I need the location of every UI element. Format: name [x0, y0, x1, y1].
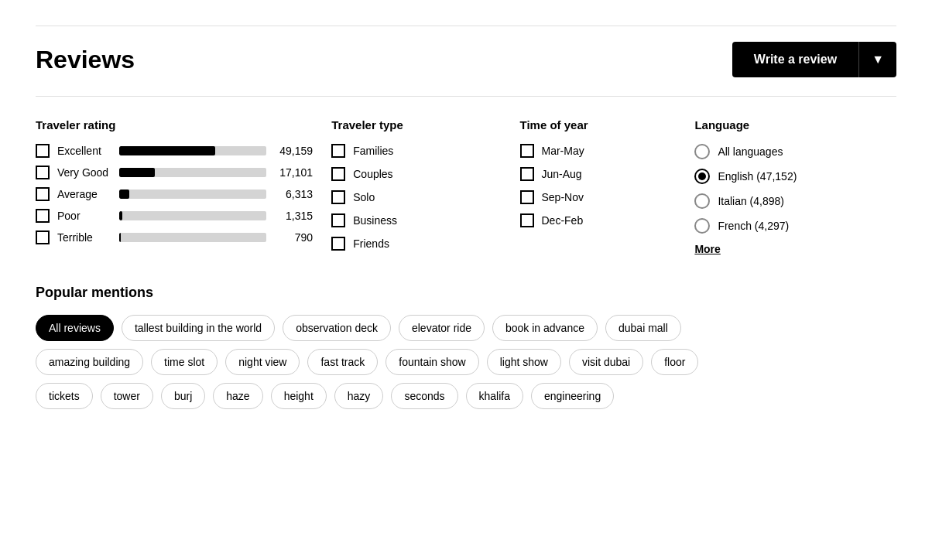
mention-tag[interactable]: tower: [101, 383, 153, 409]
rating-bar-fill: [119, 190, 129, 199]
type-label: Friends: [353, 237, 389, 250]
filters-row: Traveler rating Excellent 49,159 Very Go…: [36, 118, 896, 260]
rating-label: Terrible: [57, 231, 111, 244]
time-checkbox[interactable]: [520, 167, 534, 181]
mention-tag[interactable]: book in advance: [492, 315, 598, 341]
rating-row[interactable]: Very Good 17,101: [36, 166, 331, 179]
traveler-type-row[interactable]: Solo: [331, 190, 519, 204]
rating-row[interactable]: Terrible 790: [36, 230, 331, 244]
traveler-rating-section: Traveler rating Excellent 49,159 Very Go…: [36, 118, 331, 260]
time-row[interactable]: Jun-Aug: [520, 167, 695, 181]
rating-bar-container: [119, 146, 266, 155]
rating-bar-container: [119, 211, 266, 220]
time-row[interactable]: Sep-Nov: [520, 190, 695, 204]
language-label: French (4,297): [718, 220, 789, 232]
time-checkbox[interactable]: [520, 213, 534, 227]
radio-button[interactable]: [694, 218, 710, 234]
mention-tag[interactable]: engineering: [531, 383, 614, 409]
mention-tag[interactable]: light show: [487, 349, 561, 375]
mention-tag[interactable]: amazing building: [36, 349, 143, 375]
tag-rows: All reviewstallest building in the world…: [36, 315, 896, 409]
rating-checkbox[interactable]: [36, 187, 50, 201]
mention-tag[interactable]: floor: [651, 349, 698, 375]
mention-tag[interactable]: All reviews: [36, 315, 114, 341]
language-label: Italian (4,898): [718, 195, 784, 207]
radio-button[interactable]: [694, 169, 710, 184]
mention-tag[interactable]: hazy: [334, 383, 384, 409]
type-label: Couples: [353, 168, 392, 180]
tags-row: amazing buildingtime slotnight viewfast …: [36, 349, 896, 375]
mention-tag[interactable]: haze: [213, 383, 262, 409]
mention-tag[interactable]: elevator ride: [399, 315, 485, 341]
traveler-type-row[interactable]: Couples: [331, 167, 519, 181]
type-label: Business: [353, 214, 397, 227]
traveler-type-section: Traveler type Families Couples Solo Busi…: [331, 118, 519, 260]
mention-tag[interactable]: time slot: [151, 349, 218, 375]
rating-bar-container: [119, 190, 266, 199]
rating-label: Poor: [57, 210, 111, 222]
time-row[interactable]: Mar-May: [520, 144, 695, 158]
traveler-type-row[interactable]: Families: [331, 144, 519, 158]
type-label: Families: [353, 145, 393, 157]
traveler-rating-title: Traveler rating: [36, 118, 331, 131]
rating-checkbox[interactable]: [36, 166, 50, 179]
type-checkbox[interactable]: [331, 213, 345, 227]
time-checkbox[interactable]: [520, 144, 534, 158]
time-label: Sep-Nov: [542, 191, 584, 203]
mention-tag[interactable]: visit dubai: [569, 349, 643, 375]
write-review-group: Write a review ▼: [732, 42, 896, 77]
radio-button[interactable]: [694, 193, 710, 209]
rating-checkbox[interactable]: [36, 209, 50, 223]
language-row[interactable]: English (47,152): [694, 169, 896, 184]
tags-row: All reviewstallest building in the world…: [36, 315, 896, 341]
type-checkbox[interactable]: [331, 237, 345, 251]
language-row[interactable]: Italian (4,898): [694, 193, 896, 209]
mention-tag[interactable]: tickets: [36, 383, 93, 409]
mention-tag[interactable]: dubai mall: [605, 315, 681, 341]
reviews-title: Reviews: [36, 46, 135, 74]
mention-tag[interactable]: seconds: [391, 383, 457, 409]
time-label: Mar-May: [542, 145, 584, 157]
radio-button[interactable]: [694, 144, 710, 159]
rating-row[interactable]: Excellent 49,159: [36, 144, 331, 158]
rating-row[interactable]: Average 6,313: [36, 187, 331, 201]
time-checkbox[interactable]: [520, 190, 534, 204]
reviews-header: Reviews Write a review ▼: [36, 42, 896, 77]
type-checkbox[interactable]: [331, 144, 345, 158]
time-of-year-section: Time of year Mar-May Jun-Aug Sep-Nov Dec…: [520, 118, 695, 260]
language-rows: All languages English (47,152) Italian (…: [694, 144, 896, 234]
mention-tag[interactable]: night view: [225, 349, 300, 375]
time-rows: Mar-May Jun-Aug Sep-Nov Dec-Feb: [520, 144, 695, 227]
time-row[interactable]: Dec-Feb: [520, 213, 695, 227]
type-checkbox[interactable]: [331, 190, 345, 204]
rating-checkbox[interactable]: [36, 144, 50, 158]
type-checkbox[interactable]: [331, 167, 345, 181]
traveler-type-row[interactable]: Business: [331, 213, 519, 227]
language-row[interactable]: French (4,297): [694, 218, 896, 234]
rating-label: Excellent: [57, 145, 111, 157]
mention-tag[interactable]: burj: [161, 383, 205, 409]
rating-count: 6,313: [274, 188, 313, 200]
language-label: English (47,152): [718, 170, 797, 183]
rating-count: 790: [274, 231, 313, 244]
language-row[interactable]: All languages: [694, 144, 896, 159]
mention-tag[interactable]: tallest building in the world: [122, 315, 275, 341]
language-more-link[interactable]: More: [694, 243, 896, 255]
rating-checkbox[interactable]: [36, 230, 50, 244]
mention-tag[interactable]: khalifa: [466, 383, 523, 409]
rating-bar-fill: [119, 168, 155, 177]
rating-row[interactable]: Poor 1,315: [36, 209, 331, 223]
radio-inner: [698, 172, 706, 180]
rating-count: 1,315: [274, 210, 313, 222]
write-review-button[interactable]: Write a review: [732, 42, 858, 77]
time-label: Dec-Feb: [542, 214, 584, 227]
type-label: Solo: [353, 191, 375, 203]
mention-tag[interactable]: fountain show: [385, 349, 478, 375]
tags-row: ticketstowerburjhazeheighthazysecondskha…: [36, 383, 896, 409]
language-label: All languages: [718, 145, 783, 158]
mention-tag[interactable]: height: [271, 383, 327, 409]
write-review-dropdown-button[interactable]: ▼: [858, 42, 896, 77]
traveler-type-row[interactable]: Friends: [331, 237, 519, 251]
mention-tag[interactable]: observation deck: [283, 315, 391, 341]
mention-tag[interactable]: fast track: [307, 349, 378, 375]
